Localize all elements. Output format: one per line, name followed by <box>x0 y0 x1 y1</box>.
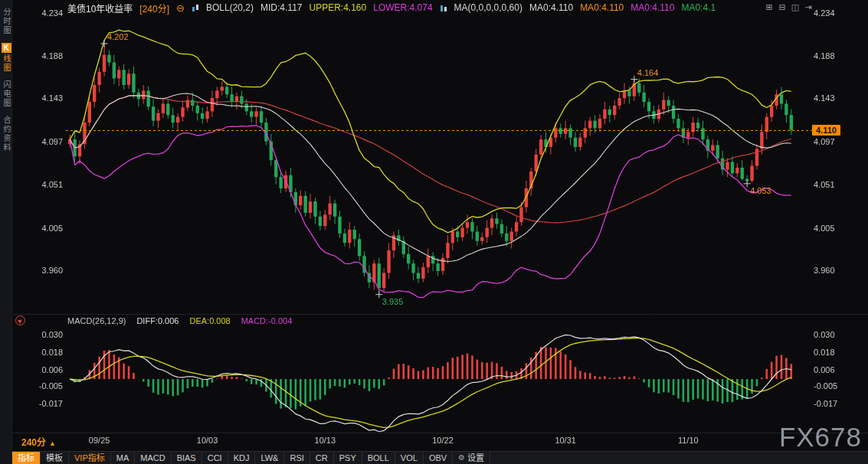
toolbar-button[interactable]: MA <box>111 452 136 464</box>
toolbar-button-label: LW& <box>260 452 278 464</box>
y-axis-label: 4.005 <box>32 224 63 233</box>
toolbar-button[interactable]: RSI <box>284 452 310 464</box>
toolbar-button-label: BIAS <box>177 452 196 464</box>
dock-right-icon[interactable]: ⇥ <box>803 2 814 12</box>
toolbar-button[interactable]: ⚙设置 <box>453 452 490 464</box>
toolbar-button[interactable]: KDJ <box>228 452 256 464</box>
chart-header: 美债10年收益率 [240分] ⊖ BOLL(20,2) MID:4.117 U… <box>12 0 868 15</box>
macd-axis-label: 0.030 <box>32 330 63 339</box>
toolbar-button[interactable]: CCI <box>202 452 228 464</box>
sidebar-tab[interactable]: 闪电图 <box>0 80 12 108</box>
price-annotation: 4.202 <box>107 32 129 41</box>
sidebar-tab[interactable]: 合约资料 <box>0 116 12 152</box>
macd-axis-label: -0.005 <box>814 381 837 390</box>
k-line-badge: K <box>2 43 11 53</box>
x-axis-date: 09/25 <box>83 436 116 445</box>
y-axis-label: 3.960 <box>32 266 63 275</box>
boll-upper-value: UPPER:4.160 <box>309 2 366 13</box>
toolbar-button-label: RSI <box>290 452 303 464</box>
interval-badge[interactable]: 240分▲ <box>21 435 56 448</box>
boll-label: BOLL(20,2) <box>206 2 254 13</box>
sidebar: 分时图K线图闪电图合约资料 <box>0 0 12 464</box>
gear-icon: ⚙ <box>458 452 465 464</box>
macd-axis-label: 0.006 <box>32 365 63 374</box>
interval-label: 240分 <box>21 437 46 448</box>
toolbar-button-label: OBV <box>429 452 447 464</box>
macd-axis-label: 0.018 <box>32 348 63 357</box>
y-axis-label: 4.143 <box>32 93 63 103</box>
toolbar-button[interactable]: MACD <box>135 452 171 464</box>
ma-value: MA0:4.1 <box>681 2 716 13</box>
macd-axis-label: 0.006 <box>814 365 835 374</box>
macd-axis-label: 0.018 <box>814 348 835 357</box>
y-axis-label: 4.188 <box>32 51 63 60</box>
toolbar-button-label: PSY <box>339 452 356 464</box>
toolbar-button[interactable]: PSY <box>334 452 362 464</box>
toolbar-button[interactable]: LW& <box>255 452 284 464</box>
x-axis-date: 10/03 <box>191 436 224 445</box>
x-axis-date: 10/31 <box>549 436 582 445</box>
symbol-title: 美债10年收益率 <box>67 2 133 15</box>
toolbar-button-label: CCI <box>208 452 222 464</box>
ma-indicator-icon <box>440 4 447 12</box>
ma-value: MA0:4.110 <box>529 2 573 13</box>
toolbar-button-label: BOLL <box>368 452 389 464</box>
cascade-layout-icon[interactable]: ◫ <box>790 2 801 12</box>
macd-axis-label: -0.005 <box>32 381 63 390</box>
toolbar-button[interactable]: BOLL <box>362 452 395 464</box>
current-price-badge: 4.110 <box>812 125 840 136</box>
price-annotation: 4.164 <box>637 68 659 77</box>
split-layout-icon[interactable]: ⊟ <box>777 2 788 12</box>
macd-dea-value: DEA:0.008 <box>189 316 230 325</box>
sidebar-tab-label: 合约资料 <box>1 116 11 152</box>
toolbar-button-label: 模板 <box>46 452 63 464</box>
toolbar-button-label: MA <box>116 452 129 464</box>
boll-indicator-icon <box>192 4 199 12</box>
ma-values: MA0:4.110MA0:4.110MA0:4.110MA0:4.1 <box>529 2 716 13</box>
trading-app: 分时图K线图闪电图合约资料 美债10年收益率 [240分] ⊖ BOLL(20,… <box>0 0 868 464</box>
sidebar-tab-label: 分时图 <box>1 8 11 35</box>
macd-header: MACD(26,12,9) DIFF:0.006 DEA:0.008 MACD:… <box>67 315 292 327</box>
chart-area: MACD(26,12,9) DIFF:0.006 DEA:0.008 MACD:… <box>12 0 868 450</box>
y-axis-label: 4.143 <box>814 93 835 103</box>
y-axis-label: 4.051 <box>814 180 835 189</box>
y-axis-label: 4.097 <box>814 137 835 146</box>
toolbar-button-label: 指标 <box>18 452 34 464</box>
toolbar-button[interactable]: VIP指标 <box>69 452 111 464</box>
boll-lower-value: LOWER:4.074 <box>373 2 432 13</box>
toolbar-button[interactable]: 指标 <box>12 452 41 464</box>
toolbar-button[interactable]: OBV <box>424 452 453 464</box>
sidebar-tab[interactable]: 分时图 <box>0 8 12 35</box>
grid-layout-icon[interactable]: ⊞ <box>764 2 775 12</box>
price-chart-canvas[interactable] <box>12 0 868 450</box>
toolbar-button[interactable]: BIAS <box>172 452 202 464</box>
macd-panel-toggle-icon[interactable] <box>15 315 25 325</box>
toolbar-button-label: KDJ <box>234 452 250 464</box>
macd-label: MACD(26,12,9) <box>67 316 126 325</box>
x-axis-date: 10/13 <box>308 436 342 445</box>
toolbar-button[interactable]: 模板 <box>41 452 69 464</box>
toolbar-button[interactable]: VOL <box>395 452 424 464</box>
ma-value: MA0:4.110 <box>580 2 624 13</box>
sidebar-tab[interactable]: K线图 <box>0 43 12 73</box>
y-axis-label: 3.960 <box>814 266 835 275</box>
y-axis-label: 4.097 <box>32 137 63 146</box>
bottom-toolbar: 指标模板VIP指标MAMACDBIASCCIKDJLW&RSICRPSYBOLL… <box>12 451 868 464</box>
macd-diff-value: DIFF:0.006 <box>136 316 179 325</box>
toolbar-button-label: VIP指标 <box>74 452 105 464</box>
macd-macd-value: MACD:-0.004 <box>241 316 293 325</box>
sidebar-tab-label: 闪电图 <box>1 80 11 108</box>
brand-watermark: FX678 <box>779 422 862 453</box>
macd-axis-label: 0.030 <box>814 330 835 339</box>
toolbar-button-label: 设置 <box>467 452 484 464</box>
y-axis-label: 4.005 <box>814 224 835 233</box>
toolbar-button[interactable]: CR <box>310 452 334 464</box>
up-triangle-icon: ▲ <box>49 439 56 447</box>
sidebar-tab-label: 线图 <box>1 54 11 73</box>
period-label[interactable]: [240分] <box>139 2 169 15</box>
price-annotation: 3.935 <box>382 297 404 306</box>
x-axis-date: 10/22 <box>426 436 460 445</box>
collapse-minus-icon[interactable]: ⊖ <box>176 2 185 14</box>
toolbar-button-label: MACD <box>140 452 165 464</box>
window-controls: ⊞⊟◫⇥ <box>764 2 814 12</box>
